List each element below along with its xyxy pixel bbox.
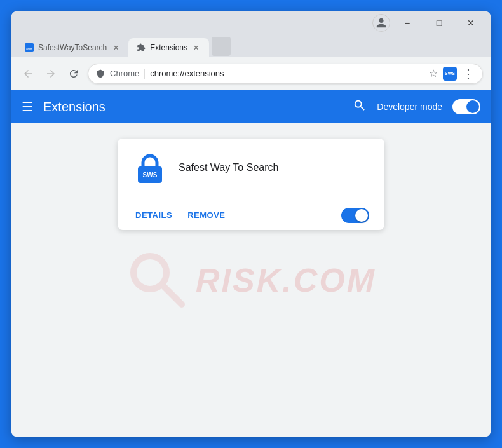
- url-divider: [144, 69, 145, 79]
- hamburger-icon[interactable]: ☰: [22, 99, 33, 114]
- extension-toggle[interactable]: [341, 208, 369, 223]
- profile-icon[interactable]: [372, 14, 390, 32]
- extension-info: Safest Way To Search: [179, 162, 369, 176]
- search-extensions-icon[interactable]: [353, 98, 367, 116]
- extensions-page-title: Extensions: [43, 100, 343, 114]
- address-bar: Chrome chrome://extensions ☆ SWS ⋮: [11, 57, 491, 90]
- details-button[interactable]: DETAILS: [128, 205, 180, 225]
- new-tab-placeholder: [212, 37, 231, 56]
- extension-name: Safest Way To Search: [179, 162, 369, 173]
- tab-safestwaysearch-label: SafestWayToSearch: [38, 43, 107, 52]
- extension-icon: SWS: [133, 151, 168, 187]
- secure-icon: [96, 69, 105, 78]
- sws-toolbar-icon[interactable]: SWS: [443, 67, 457, 81]
- svg-point-2: [133, 256, 166, 289]
- watermark-text: RISK.COM: [196, 261, 376, 299]
- svg-line-3: [162, 285, 182, 304]
- back-button[interactable]: [19, 65, 37, 83]
- url-text: chrome://extensions: [150, 69, 424, 78]
- main-content: RISK.COM SWS: [11, 123, 491, 437]
- extension-toggle-knob: [355, 209, 368, 222]
- chrome-label: Chrome: [110, 69, 139, 78]
- tab-safestwaysearch[interactable]: SWS SafestWayToSearch ✕: [17, 38, 128, 57]
- extension-card: SWS Safest Way To Search DETAILS REMOVE: [118, 139, 384, 230]
- safest-tab-icon: SWS: [24, 43, 34, 53]
- url-bar[interactable]: Chrome chrome://extensions ☆ SWS ⋮: [88, 64, 483, 84]
- developer-mode-label: Developer mode: [377, 102, 442, 112]
- tab-safestwaysearch-close[interactable]: ✕: [111, 43, 121, 53]
- forward-button[interactable]: [42, 65, 60, 83]
- svg-text:SWS: SWS: [26, 47, 32, 50]
- developer-mode-toggle[interactable]: [452, 99, 480, 114]
- minimize-button[interactable]: −: [393, 11, 422, 34]
- extensions-tab-icon: [136, 43, 146, 53]
- extensions-header: ☰ Extensions Developer mode: [11, 90, 491, 123]
- watermark-magnifier: [126, 248, 189, 312]
- tab-extensions-label: Extensions: [150, 43, 187, 52]
- watermark: RISK.COM: [11, 248, 491, 312]
- svg-text:SWS: SWS: [143, 172, 158, 179]
- extension-card-footer: DETAILS REMOVE: [118, 200, 384, 230]
- tab-extensions-close[interactable]: ✕: [191, 43, 201, 53]
- remove-button[interactable]: REMOVE: [180, 205, 233, 225]
- extension-card-body: SWS Safest Way To Search: [118, 139, 384, 200]
- bookmark-icon[interactable]: ☆: [429, 67, 438, 79]
- menu-dots-icon[interactable]: ⋮: [462, 66, 475, 81]
- developer-mode-knob: [466, 100, 479, 113]
- title-bar: − □ ✕: [11, 11, 491, 34]
- tab-extensions[interactable]: Extensions ✕: [128, 38, 209, 57]
- refresh-button[interactable]: [65, 65, 83, 83]
- browser-window: − □ ✕ SWS SafestWayToSearch ✕: [11, 11, 491, 437]
- tabs-bar: SWS SafestWayToSearch ✕ Extensions ✕: [11, 34, 491, 57]
- maximize-button[interactable]: □: [424, 11, 454, 34]
- close-button[interactable]: ✕: [456, 11, 485, 34]
